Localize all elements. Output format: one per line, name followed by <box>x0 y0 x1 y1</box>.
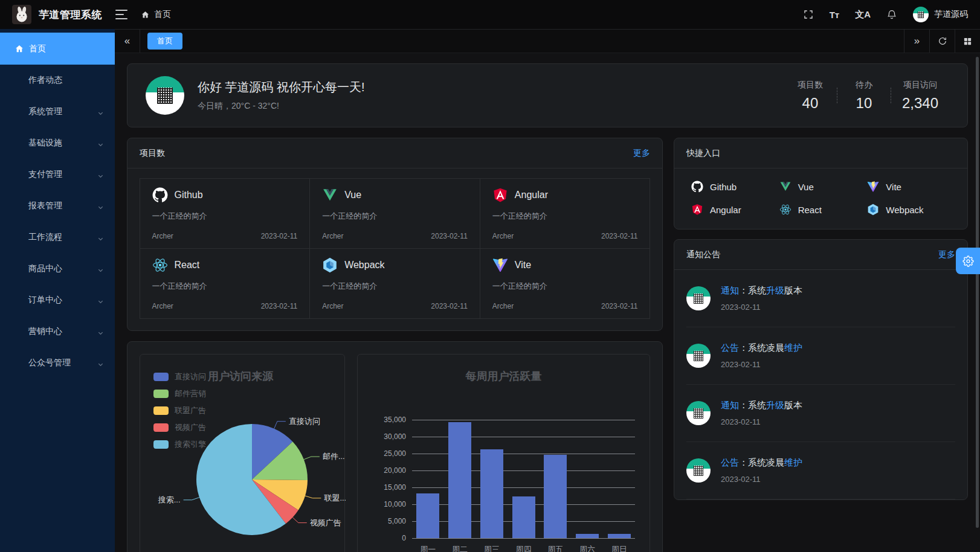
project-tile-vue[interactable]: Vue一个正经的简介Archer2023-02-11 <box>309 178 480 249</box>
refresh-button[interactable] <box>929 30 955 53</box>
locale-button[interactable]: 文A <box>855 9 871 21</box>
x-axis-tick-label: 周四 <box>508 544 540 552</box>
sidebar-item-label: 营销中心 <box>28 326 62 337</box>
pie-callout-label: 联盟... <box>323 493 346 502</box>
shortcut-react[interactable]: React <box>779 204 868 216</box>
project-author: Archer <box>322 302 343 310</box>
theme-settings-button[interactable] <box>956 248 980 274</box>
y-axis-tick-label: 10,000 <box>358 500 406 509</box>
project-desc: 一个正经的简介 <box>152 211 298 222</box>
font-size-button[interactable]: Tт <box>830 10 840 20</box>
sidebar-item-menu-2[interactable]: 系统管理 <box>0 96 115 127</box>
bar-周四[interactable] <box>512 496 535 538</box>
bar-周二[interactable] <box>448 422 471 538</box>
github-icon <box>691 181 703 193</box>
notice-avatar <box>686 458 711 483</box>
project-tile-webpack[interactable]: Webpack一个正经的简介Archer2023-02-11 <box>309 248 480 319</box>
sidebar-item-menu-7[interactable]: 商品中心 <box>0 253 115 284</box>
notification-bell-button[interactable] <box>886 9 897 20</box>
user-menu[interactable]: 芋道源码 <box>913 7 968 22</box>
tabs-grid-button[interactable] <box>955 30 980 53</box>
shortcuts-card: 快捷入口 GithubVueViteAngularReactWebpack <box>674 138 968 229</box>
fullscreen-button[interactable] <box>803 9 814 20</box>
sidebar-item-label: 作者动态 <box>28 75 62 86</box>
home-icon <box>15 44 24 54</box>
rabbit-logo-icon <box>12 5 31 24</box>
project-date: 2023-02-11 <box>431 232 468 240</box>
sidebar-item-label: 商品中心 <box>28 263 62 274</box>
sidebar-item-label: 订单中心 <box>28 295 62 306</box>
project-author: Archer <box>152 232 173 240</box>
pie-callout-line <box>304 457 320 460</box>
x-axis-tick-label: 周日 <box>603 544 635 552</box>
shortcut-github[interactable]: Github <box>691 181 779 193</box>
sidebar-item-menu-1[interactable]: 作者动态 <box>0 65 115 96</box>
angular-icon <box>691 204 703 216</box>
project-date: 2023-02-11 <box>261 302 298 310</box>
stat-item: 项目数 40 <box>784 80 837 112</box>
grid-icon <box>963 37 972 46</box>
chevron-down-icon <box>97 297 104 304</box>
bar-周三[interactable] <box>480 449 503 538</box>
sidebar-item-menu-10[interactable]: 公众号管理 <box>0 347 115 379</box>
x-axis-tick-label: 周六 <box>572 544 604 552</box>
home-icon <box>141 10 150 19</box>
app-header: 芋道管理系统 首页 Tт 文A 芋道源码 <box>0 0 980 29</box>
breadcrumb-item: 首页 <box>154 9 171 20</box>
sidebar-item-home[interactable]: 首页 <box>0 33 115 65</box>
app-logo <box>12 5 31 24</box>
bar-周六[interactable] <box>576 534 599 538</box>
notice-item[interactable]: 通知：系统升级版本2023-02-11 <box>686 385 955 442</box>
bar-周一[interactable] <box>416 493 439 538</box>
notice-date: 2023-02-11 <box>721 303 802 312</box>
projects-more-link[interactable]: 更多 <box>633 148 650 159</box>
welcome-weather: 今日晴，20°C - 32°C! <box>198 101 365 112</box>
stat-label: 待办 <box>848 80 880 91</box>
gear-icon <box>962 255 974 267</box>
tabs-scroll-left-button[interactable]: « <box>115 30 140 53</box>
bar-chart-weekly-active-users[interactable]: 每周用户活跃量 05,00010,00015,00020,00025,00030… <box>357 354 650 552</box>
notice-item[interactable]: 通知：系统升级版本2023-02-11 <box>686 270 955 327</box>
notice-item[interactable]: 公告：系统凌晨维护2023-02-11 <box>686 327 955 385</box>
breadcrumb[interactable]: 首页 <box>141 9 171 20</box>
notice-date: 2023-02-11 <box>721 417 802 426</box>
notice-item[interactable]: 公告：系统凌晨维护2023-02-11 <box>686 442 955 499</box>
notices-more-link[interactable]: 更多 <box>938 249 955 260</box>
vertical-scrollbar[interactable] <box>976 57 979 528</box>
pie-callout-label: 视频广告 <box>310 518 341 527</box>
chevron-down-icon <box>97 234 104 241</box>
sidebar-item-menu-5[interactable]: 报表管理 <box>0 190 115 222</box>
pie-callout-line <box>292 518 307 523</box>
shortcut-angular[interactable]: Angular <box>691 204 779 216</box>
tabs-scroll-right-button[interactable]: » <box>904 30 929 53</box>
locale-icon: 文A <box>855 9 871 21</box>
stat-value: 10 <box>848 95 880 112</box>
notice-avatar <box>686 344 711 368</box>
notices-card-title: 通知公告 <box>686 249 720 260</box>
bar-周五[interactable] <box>544 455 567 538</box>
project-tile-angular[interactable]: Angular一个正经的简介Archer2023-02-11 <box>480 178 651 249</box>
sidebar-item-menu-4[interactable]: 支付管理 <box>0 159 115 190</box>
project-tile-github[interactable]: Github一个正经的简介Archer2023-02-11 <box>140 178 311 249</box>
vite-icon <box>867 181 879 193</box>
shortcut-vite[interactable]: Vite <box>867 181 955 193</box>
pie-chart-user-visit-source[interactable]: 直接访问邮件营销联盟广告视频广告搜索引擎 用户访问来源 直接访问邮件...联盟.… <box>140 354 345 552</box>
sidebar-item-menu-9[interactable]: 营销中心 <box>0 316 115 347</box>
project-name: Webpack <box>344 260 384 271</box>
project-author: Archer <box>492 232 514 240</box>
shortcut-webpack[interactable]: Webpack <box>867 204 955 216</box>
project-tile-vite[interactable]: Vite一个正经的简介Archer2023-02-11 <box>480 248 651 319</box>
menu-fold-icon[interactable] <box>115 10 127 19</box>
sidebar-item-menu-6[interactable]: 工作流程 <box>0 222 115 253</box>
project-desc: 一个正经的简介 <box>492 281 638 292</box>
project-desc: 一个正经的简介 <box>492 211 638 222</box>
tab-首页[interactable]: 首页 <box>147 33 182 50</box>
pie-callout-line <box>184 498 199 500</box>
project-author: Archer <box>492 302 514 310</box>
pie-callout-line <box>305 496 321 498</box>
project-tile-react[interactable]: React一个正经的简介Archer2023-02-11 <box>140 248 311 319</box>
sidebar-item-menu-8[interactable]: 订单中心 <box>0 284 115 316</box>
shortcut-vue[interactable]: Vue <box>779 181 868 193</box>
bar-周日[interactable] <box>608 534 631 538</box>
sidebar-item-menu-3[interactable]: 基础设施 <box>0 127 115 159</box>
